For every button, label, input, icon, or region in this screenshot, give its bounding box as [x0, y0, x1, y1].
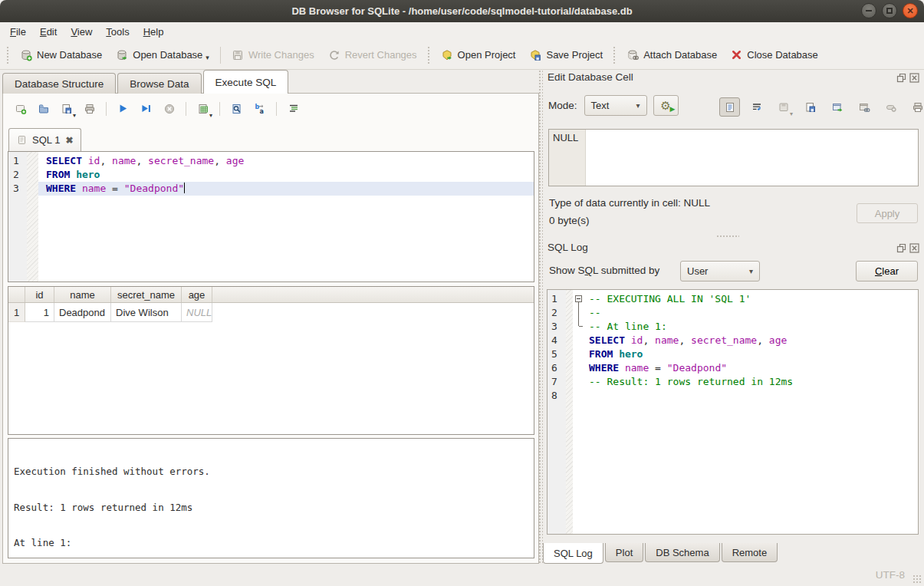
set-null-button[interactable] [880, 97, 901, 117]
cell-secret-name[interactable]: Dive Wilson [111, 303, 182, 322]
close-icon: ✕ [906, 7, 913, 15]
sql-log-view[interactable]: 1 2 3 4 5 6 7 8 -- EXECUTING ALL IN 'SQL… [547, 289, 919, 535]
word-wrap-button[interactable] [746, 97, 767, 117]
apply-button[interactable]: Apply [857, 203, 918, 223]
maximize-button[interactable] [882, 3, 897, 18]
import-cell-data-button[interactable]: ▾ [773, 97, 794, 117]
cell-id[interactable]: 1 [25, 303, 54, 322]
new-database-label: New Database [37, 49, 102, 61]
message-line: Execution finished without errors. [14, 466, 528, 478]
copy-link-button[interactable] [853, 97, 874, 117]
tab-execute-sql[interactable]: Execute SQL [203, 70, 289, 94]
close-panel-icon[interactable] [909, 243, 919, 253]
header-age[interactable]: age [182, 287, 212, 302]
save-project-button[interactable]: Save Project [522, 44, 610, 66]
execute-sql-button[interactable] [113, 100, 133, 117]
write-changes-button[interactable]: Write Changes [225, 44, 321, 66]
header-filler [212, 287, 534, 302]
window-title: DB Browser for SQLite - /home/user/code/… [291, 5, 632, 17]
chevron-down-icon: ▾ [636, 101, 640, 110]
log-margin [566, 290, 573, 534]
cell-age-null[interactable]: NULL [182, 303, 212, 322]
resize-grip[interactable] [912, 574, 922, 584]
tab-database-structure[interactable]: Database Structure [2, 73, 116, 94]
editor-fold-margin [27, 152, 38, 281]
mode-dropdown[interactable]: Text ▾ [584, 95, 647, 116]
sql-log-dock-controls [896, 243, 919, 253]
fold-collapse-icon[interactable] [575, 295, 582, 302]
find-button[interactable] [227, 100, 246, 117]
open-database-button[interactable]: Open Database ▾ [109, 44, 216, 66]
database-plus-icon [20, 49, 32, 61]
fold-line [578, 302, 579, 326]
chevron-down-icon: ▾ [749, 267, 753, 275]
menu-view[interactable]: View [64, 24, 99, 40]
titlebar[interactable]: ✕ DB Browser for SQLite - /home/user/cod… [0, 0, 924, 22]
mode-dropdown-value: Text [591, 100, 610, 111]
close-button[interactable]: ✕ [903, 3, 918, 18]
save-results-button[interactable]: ▾ [193, 100, 212, 117]
header-id[interactable]: id [25, 287, 54, 302]
save-sql-dropdown-icon[interactable]: ▾ [73, 112, 76, 119]
menu-edit[interactable]: Edit [33, 24, 64, 40]
dock-tab-db-schema[interactable]: DB Schema [645, 543, 719, 562]
cell-size-info: 0 byte(s) [549, 215, 590, 226]
cell-type-info: Type of data currently in cell: NULL [549, 197, 710, 209]
close-database-button[interactable]: Close Database [724, 44, 825, 65]
menu-help[interactable]: Help [136, 24, 171, 40]
toolbar-grip[interactable] [6, 46, 10, 64]
code-line: SELECT id, name, secret_name, age [38, 154, 534, 168]
save-results-dropdown-icon[interactable]: ▾ [209, 112, 212, 119]
tab-browse-data[interactable]: Browse Data [117, 73, 201, 94]
cell-edit-area[interactable] [586, 130, 918, 186]
menu-file[interactable]: File [3, 24, 33, 40]
open-in-external-button[interactable] [827, 97, 847, 117]
row-number-cell[interactable]: 1 [8, 303, 25, 322]
log-line: -- Result: 1 rows returned in 12ms [586, 375, 918, 389]
minimize-button[interactable] [861, 3, 876, 18]
dock-tab-plot[interactable]: Plot [605, 543, 643, 562]
open-sql-file-button[interactable] [34, 100, 53, 117]
header-name[interactable]: name [54, 287, 111, 302]
dock-section-handle[interactable] [716, 235, 739, 239]
attach-database-button[interactable]: Attach Database [620, 44, 724, 66]
sql-log-filter-dropdown[interactable]: User ▾ [680, 261, 760, 281]
sql-tab[interactable]: SQL 1 ✖ [8, 128, 81, 151]
corner-header-cell[interactable] [8, 287, 25, 302]
clear-log-button[interactable]: Clear [856, 261, 918, 281]
cell-editor[interactable]: NULL [548, 129, 919, 186]
app-window: ✕ DB Browser for SQLite - /home/user/cod… [0, 0, 924, 586]
close-panel-icon[interactable] [909, 73, 919, 83]
revert-changes-button[interactable]: Revert Changes [321, 44, 424, 66]
open-sql-tab-button[interactable] [11, 100, 30, 117]
cell-name[interactable]: Deadpond [54, 303, 111, 322]
format-sql-icon[interactable] [284, 100, 303, 117]
find-replace-button[interactable]: ba [250, 100, 269, 117]
text-mode-button[interactable] [719, 97, 740, 117]
toolbar-grip[interactable] [613, 46, 617, 64]
menubar: File Edit View Tools Help [0, 22, 924, 41]
print-sql-button[interactable] [80, 100, 99, 117]
open-project-button[interactable]: Open Project [434, 44, 523, 66]
print-cell-button[interactable] [907, 97, 924, 117]
new-database-button[interactable]: New Database [13, 44, 109, 66]
auto-detect-format-button[interactable]: ⚙ ▶ [653, 95, 679, 116]
stop-execution-button[interactable] [159, 100, 179, 117]
dock-tab-sql-log[interactable]: SQL Log [543, 543, 603, 564]
export-cell-data-button[interactable] [800, 97, 820, 117]
menu-tools[interactable]: Tools [99, 24, 136, 40]
sql-tab-close-icon[interactable]: ✖ [65, 135, 73, 146]
float-panel-icon[interactable] [896, 243, 906, 253]
main-toolbar: New Database Open Database ▾ Write Chang… [0, 41, 924, 70]
results-grid: id name secret_name age 1 1 Deadpond Div… [8, 286, 534, 435]
import-dropdown-icon[interactable]: ▾ [790, 110, 793, 117]
toolbar-grip[interactable] [427, 46, 431, 64]
save-sql-file-button[interactable]: ▾ [57, 100, 76, 117]
table-row: 1 1 Deadpond Dive Wilson NULL [8, 303, 534, 322]
open-database-dropdown-icon[interactable]: ▾ [206, 54, 209, 61]
header-secret-name[interactable]: secret_name [111, 287, 182, 302]
float-panel-icon[interactable] [896, 73, 906, 83]
sql-code-editor[interactable]: 1 2 3 SELECT id, name, secret_name, age … [8, 151, 534, 282]
dock-tab-remote[interactable]: Remote [722, 543, 778, 562]
execute-current-line-button[interactable] [136, 100, 156, 117]
